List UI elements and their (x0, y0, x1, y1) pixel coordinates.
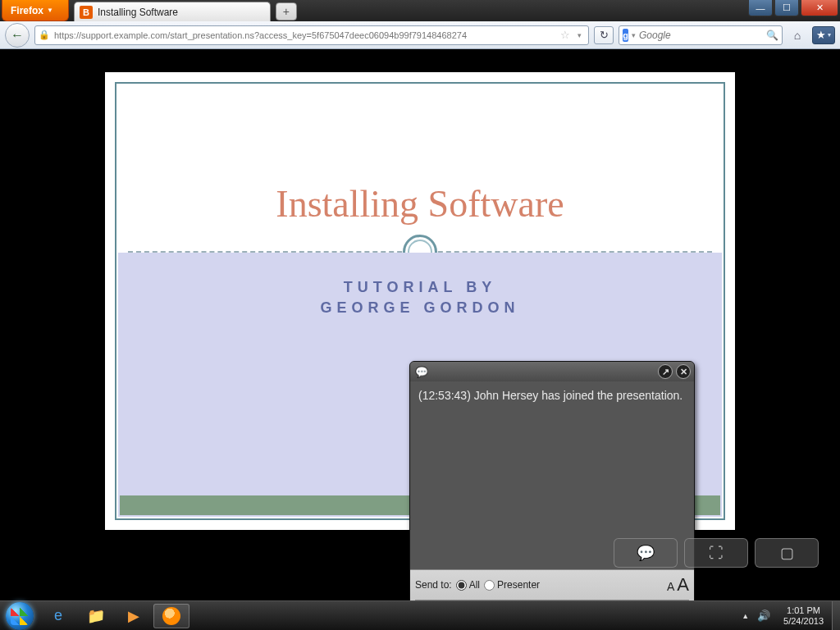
byline-line1: TUTORIAL BY (344, 279, 496, 295)
chevron-down-icon: ▾ (828, 31, 831, 39)
navigation-toolbar: ← 🔒 https://support.example.com/start_pr… (0, 21, 840, 49)
send-to-row: Send to: All Presenter A A (415, 574, 689, 600)
search-icon[interactable]: 🔍 (766, 30, 778, 41)
chat-toggle-button[interactable]: 💬 (614, 538, 678, 568)
show-desktop-button[interactable] (832, 601, 840, 631)
firefox-menu-label: Firefox (11, 5, 43, 16)
lock-icon: 🔒 (39, 30, 50, 40)
clock-date: 5/24/2013 (783, 616, 824, 627)
chat-header[interactable]: 💬 ↗ ✕ (410, 362, 694, 381)
home-icon: ⌂ (794, 29, 801, 42)
tab-favicon: B (80, 6, 93, 19)
presentation-controls: 💬 ⛶ ▢ (614, 538, 819, 568)
folder-icon: 📁 (87, 607, 105, 625)
reload-icon: ↻ (600, 29, 609, 41)
minimize-button[interactable]: ― (748, 0, 773, 16)
titlebar: Firefox ▼ B Installing Software + ― ☐ ✕ (0, 0, 840, 21)
presenter-icon: ▢ (780, 544, 794, 562)
ie-icon: e (54, 607, 62, 624)
font-larger-button[interactable]: A (677, 574, 689, 596)
close-icon: ✕ (680, 367, 687, 377)
window-controls: ― ☐ ✕ (746, 0, 840, 21)
send-to-label: Send to: (415, 579, 452, 591)
radio-presenter[interactable] (484, 580, 495, 591)
close-chat-button[interactable]: ✕ (676, 364, 691, 379)
chevron-down-icon[interactable]: ▾ (574, 31, 585, 39)
slide-byline: TUTORIAL BY GEORGE GORDON (118, 279, 722, 317)
bookmark-icon: ★ (816, 29, 826, 41)
close-button[interactable]: ✕ (801, 0, 838, 16)
volume-icon[interactable]: 🔊 (757, 609, 770, 622)
chat-message: (12:53:43) John Hersey has joined the pr… (418, 388, 686, 404)
page-content: Installing Software TUTORIAL BY GEORGE G… (0, 49, 840, 600)
url-text: https://support.example.com/start_presen… (54, 30, 556, 40)
new-tab-button[interactable]: + (276, 2, 297, 21)
home-button[interactable]: ⌂ (788, 25, 807, 45)
chat-panel: 💬 ↗ ✕ (12:53:43) John Hersey has joined … (409, 361, 695, 625)
back-button[interactable]: ← (5, 23, 30, 48)
url-bar[interactable]: 🔒 https://support.example.com/start_pres… (34, 25, 589, 45)
browser-tab[interactable]: B Installing Software (74, 2, 271, 21)
search-input[interactable] (639, 30, 763, 41)
tab-strip: B Installing Software + (74, 0, 297, 21)
taskbar-explorer[interactable]: 📁 (78, 604, 114, 628)
reload-button[interactable]: ↻ (594, 26, 614, 44)
taskbar-clock[interactable]: 1:01 PM 5/24/2013 (778, 605, 829, 626)
firefox-menu-button[interactable]: Firefox ▼ (2, 0, 69, 21)
byline-line2: GEORGE GORDON (118, 299, 722, 317)
slide-upper: Installing Software (116, 84, 724, 251)
tray-overflow-button[interactable]: ▲ (742, 612, 749, 620)
clock-time: 1:01 PM (783, 605, 824, 616)
opt-all-label: All (469, 579, 480, 591)
slide-title: Installing Software (116, 182, 724, 226)
opt-presenter-label: Presenter (497, 579, 540, 591)
send-to-presenter-option[interactable]: Presenter (484, 579, 540, 591)
font-size-controls: A A (667, 574, 689, 596)
fullscreen-button[interactable]: ⛶ (684, 538, 748, 568)
taskbar-media-player[interactable]: ▶ (116, 604, 152, 628)
bookmarks-menu-button[interactable]: ★▾ (812, 26, 835, 44)
bookmark-star-icon[interactable]: ☆ (560, 29, 570, 41)
chevron-down-icon[interactable]: ▾ (632, 31, 636, 39)
start-button[interactable] (0, 601, 39, 631)
chat-icon: 💬 (637, 544, 655, 562)
presenter-button[interactable]: ▢ (755, 538, 819, 568)
windows-orb-icon (6, 602, 34, 630)
tab-title: Installing Software (98, 7, 178, 18)
font-smaller-button[interactable]: A (667, 580, 674, 593)
popout-icon: ↗ (662, 367, 669, 377)
chevron-down-icon: ▼ (47, 7, 53, 14)
taskbar-firefox[interactable] (153, 604, 189, 628)
maximize-button[interactable]: ☐ (774, 0, 799, 16)
fullscreen-icon: ⛶ (709, 545, 724, 562)
popout-button[interactable]: ↗ (658, 364, 673, 379)
chat-icon: 💬 (415, 366, 428, 378)
google-icon: g (623, 29, 628, 42)
media-icon: ▶ (128, 607, 139, 625)
arrow-left-icon: ← (11, 28, 24, 43)
send-to-all-option[interactable]: All (456, 579, 480, 591)
radio-all[interactable] (456, 580, 467, 591)
firefox-icon (162, 607, 180, 625)
windows-taskbar: e 📁 ▶ ▲ 🔊 1:01 PM 5/24/2013 (0, 600, 840, 630)
system-tray: ▲ 🔊 1:01 PM 5/24/2013 (742, 605, 832, 626)
search-bar[interactable]: g ▾ 🔍 (619, 25, 783, 45)
taskbar-ie[interactable]: e (40, 604, 76, 628)
